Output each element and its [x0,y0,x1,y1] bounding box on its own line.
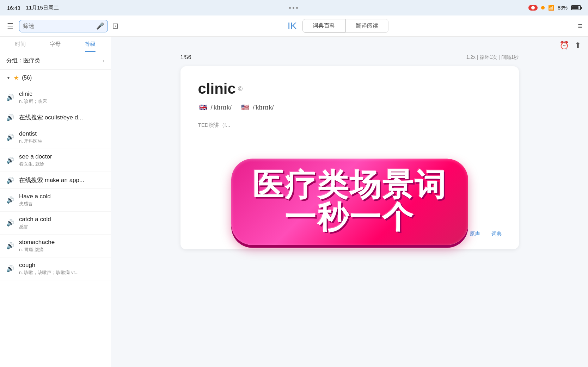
battery-icon [571,5,581,10]
word-block: see a doctor 看医生, 就诊 [19,153,104,167]
list-item[interactable]: 🔊 clinic n. 诊所；临床 [0,86,111,109]
search-input[interactable] [23,23,93,29]
sidebar-tabs: 时间 字母 等级 [0,37,111,52]
card-actions: 原声 词典 [467,229,505,239]
word-en: 在线搜索 make an app... [19,176,104,184]
sound-icon[interactable]: 🔊 [6,114,14,122]
status-right: 📶 83% [528,5,581,11]
word-cn: 患感冒 [19,201,104,207]
counter-total: 56 [185,54,191,60]
hamburger-icon[interactable]: ☰ [6,20,15,32]
phonetic-uk-text: /'klɪnɪk/ [211,104,232,111]
phonetic-uk: 🇬🇧 /'klɪnɪk/ [198,104,232,111]
dict-button[interactable]: 词典 [489,229,505,239]
list-item[interactable]: 🔊 Have a cold 患感冒 [0,189,111,212]
word-en: Have a cold [19,193,104,200]
uk-flag-icon: 🇬🇧 [198,104,208,111]
list-item[interactable]: 🔊 see a doctor 看医生, 就诊 [0,149,111,172]
word-cn: 看医生, 就诊 [19,161,104,167]
group-header[interactable]: 分组：医疗类 › [0,52,111,70]
list-item[interactable]: 🔊 catch a cold 感冒 [0,212,111,235]
ted-label: TED演讲（f... [198,122,231,128]
word-en: cough [19,262,104,269]
tab-translate[interactable]: 翻译阅读 [345,19,388,33]
sound-icon[interactable]: 🔊 [6,176,14,184]
date-display: 11月15日周二 [26,5,59,11]
dot3 [296,7,298,9]
word-cn: n. 诊所；临床 [19,98,104,105]
sound-icon[interactable]: 🔊 [6,196,14,204]
sound-icon[interactable]: 🔊 [6,265,14,273]
word-en: see a doctor [19,153,104,160]
word-block: stomachache n. 胃痛;腹痛 [19,239,104,253]
phonetic-row: 🇬🇧 /'klɪnɪk/ 🇺🇸 /'klɪnɪk/ [198,104,501,111]
word-en: dentist [19,130,104,137]
list-item[interactable]: 🔊 dentist n. 牙科医生 [0,126,111,149]
orange-indicator [541,6,545,10]
content-area: 时间 字母 等级 分组：医疗类 › ▼ ★ (56) 🔊 clinic n. 诊… [0,37,588,367]
share-icon[interactable]: ⬆ [575,41,581,50]
time-display: 16:43 [7,5,20,11]
dot1 [289,7,291,9]
star-count: (56) [22,75,32,81]
toolbar-left: ☰ 🎤 ⊡ [6,20,115,32]
ted-section: TED演讲（f... [198,122,501,129]
word-card: clinic© 🇬🇧 /'klɪnɪk/ 🇺🇸 /'klɪnɪk/ TED演讲（… [180,66,519,249]
word-en: clinic [19,91,104,98]
search-container[interactable]: 🎤 [19,20,108,32]
sidebar-tab-alpha[interactable]: 字母 [38,37,73,52]
menu-icon[interactable]: ≡ [578,21,582,31]
sidebar-tab-level[interactable]: 等级 [73,37,108,52]
sound-icon[interactable]: 🔊 [6,219,14,227]
word-block: 在线搜索 make an app... [19,176,104,184]
wifi-icon: 📶 [548,5,554,11]
card-nav: 1/56 1.2x | 循环1次 | 间隔1秒 [180,54,519,61]
main-content: ⏰ ⬆ 1/56 1.2x | 循环1次 | 间隔1秒 clinic© 🇬🇧 /… [111,37,588,367]
sound-icon[interactable]: 🔊 [6,94,14,101]
card-counter: 1/56 [180,54,191,61]
word-en: catch a cold [19,216,104,223]
group-label: 分组：医疗类 [6,57,40,64]
word-list: 🔊 clinic n. 诊所；临床 🔊 在线搜索 oculist/eye d..… [0,86,111,367]
triangle-down-icon: ▼ [6,75,11,80]
sound-icon[interactable]: 🔊 [6,156,14,164]
word-cn: n. 胃痛;腹痛 [19,247,104,253]
phonetic-us-text: /'klɪnɪk/ [253,104,274,111]
record-indicator [528,5,538,11]
counter-current: 1 [180,54,184,60]
toolbar-right: ≡ [561,21,582,31]
phonetic-us: 🇺🇸 /'klɪnɪk/ [240,104,274,111]
sound-icon[interactable]: 🔊 [6,242,14,250]
chevron-right-icon: › [103,58,104,64]
clock-icon[interactable]: ⏰ [559,41,569,50]
word-block: dentist n. 牙科医生 [19,130,104,144]
word-cn: 感冒 [19,224,104,230]
word-cn: n. 咳嗽，咳嗽声；咳嗽病 vt... [19,269,104,276]
list-item[interactable]: 🔊 在线搜索 oculist/eye d... [0,109,111,126]
list-item[interactable]: 🔊 cough n. 咳嗽，咳嗽声；咳嗽病 vt... [0,257,111,280]
status-bar: 16:43 11月15日周二 📶 83% [0,0,588,15]
star-section: ▼ ★ (56) [0,70,111,86]
tab-dict[interactable]: 词典百科 [302,19,345,33]
mic-icon[interactable]: 🎤 [96,22,104,30]
word-cn: n. 牙科医生 [19,138,104,144]
content-toolbar: ⏰ ⬆ [111,37,588,54]
word-title: clinic [198,80,236,97]
word-block: cough n. 咳嗽，咳嗽声；咳嗽病 vt... [19,262,104,276]
toolbar-middle: IK 词典百科 翻译阅读 [115,19,561,33]
main-toolbar: ☰ 🎤 ⊡ IK 词典百科 翻译阅读 ≡ [0,15,588,37]
star-icon: ★ [13,74,19,82]
sidebar-tab-time[interactable]: 时间 [3,37,38,52]
main-tabs: 词典百科 翻译阅读 [302,19,388,33]
list-item[interactable]: 🔊 stomachache n. 胃痛;腹痛 [0,235,111,257]
original-sound-button[interactable]: 原声 [467,229,483,239]
dot2 [293,7,294,9]
us-flag-icon: 🇺🇸 [240,104,250,111]
speed-info: 1.2x | 循环1次 | 间隔1秒 [466,54,519,61]
battery-percent: 83% [558,5,568,11]
sound-icon[interactable]: 🔊 [6,133,14,141]
word-en: 在线搜索 oculist/eye d... [19,113,104,122]
word-en: stomachache [19,239,104,246]
list-item[interactable]: 🔊 在线搜索 make an app... [0,172,111,189]
word-block: catch a cold 感冒 [19,216,104,230]
